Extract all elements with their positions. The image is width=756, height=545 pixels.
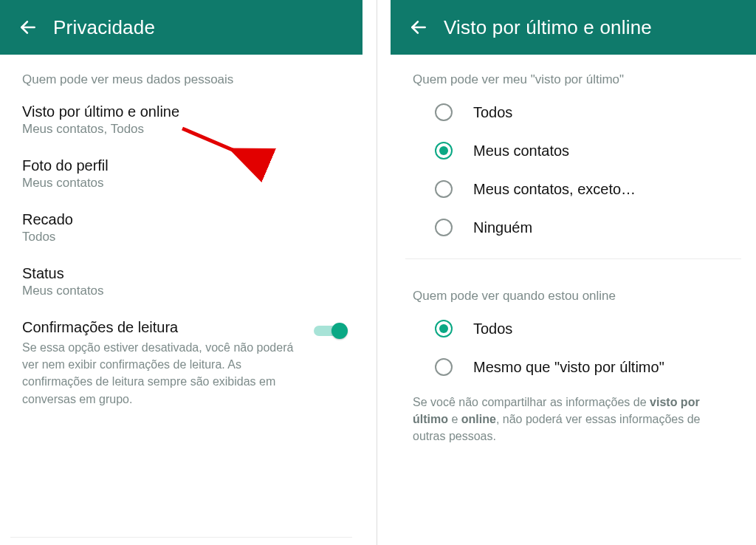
row-subtitle: Meus contatos, Todos	[22, 122, 340, 137]
row-title: Recado	[22, 211, 340, 228]
arrow-left-icon	[409, 18, 428, 37]
radio-last-seen-everyone[interactable]: Todos	[391, 93, 756, 131]
row-profile-photo[interactable]: Foto do perfil Meus contatos	[0, 147, 362, 201]
radio-label: Meus contatos, exceto…	[473, 181, 636, 198]
footnote-text: Se você não compartilhar as informações …	[413, 396, 650, 408]
radio-icon	[435, 219, 453, 236]
row-about[interactable]: Recado Todos	[0, 201, 362, 255]
pane-gutter	[362, 0, 391, 545]
radio-label: Todos	[473, 104, 512, 121]
radio-icon	[435, 142, 453, 160]
section-header-personal: Quem pode ver meus dados pessoais	[0, 55, 362, 93]
row-last-seen[interactable]: Visto por último e online Meus contatos,…	[0, 93, 362, 147]
radio-last-seen-except[interactable]: Meus contatos, exceto…	[391, 170, 756, 208]
row-title: Foto do perfil	[22, 157, 340, 174]
radio-online-everyone[interactable]: Todos	[391, 309, 756, 348]
footnote-bold: online	[461, 413, 496, 425]
radio-icon	[435, 180, 453, 198]
radio-icon	[435, 103, 453, 121]
back-button[interactable]	[12, 11, 44, 44]
row-description: Se essa opção estiver desativada, você n…	[22, 339, 305, 408]
footnote-text: e	[448, 413, 461, 425]
radio-icon	[435, 320, 453, 337]
divider	[10, 537, 352, 538]
appbar-title: Privacidade	[53, 16, 155, 39]
radio-label: Meus contatos	[473, 143, 569, 160]
back-button[interactable]	[402, 11, 435, 44]
row-subtitle: Meus contatos	[22, 176, 340, 191]
row-status[interactable]: Status Meus contatos	[0, 255, 362, 309]
divider	[405, 258, 741, 259]
section-header-last-seen: Quem pode ver meu "visto por último"	[391, 55, 756, 93]
radio-last-seen-nobody[interactable]: Ninguém	[391, 208, 756, 247]
radio-label: Todos	[473, 321, 512, 337]
last-seen-screen: Visto por último e online Quem pode ver …	[391, 0, 756, 545]
radio-online-same[interactable]: Mesmo que "visto por último"	[391, 348, 756, 386]
radio-last-seen-contacts[interactable]: Meus contatos	[391, 131, 756, 170]
radio-label: Ninguém	[473, 219, 532, 236]
arrow-left-icon	[18, 18, 38, 37]
radio-label: Mesmo que "visto por último"	[473, 359, 664, 376]
privacy-screen: Privacidade Quem pode ver meus dados pes…	[0, 0, 362, 545]
radio-icon	[435, 358, 453, 376]
row-read-receipts[interactable]: Confirmações de leitura Se essa opção es…	[0, 309, 362, 418]
row-title: Confirmações de leitura	[22, 319, 305, 336]
row-title: Status	[22, 265, 340, 282]
row-title: Visto por último e online	[22, 103, 340, 120]
read-receipts-toggle[interactable]	[314, 322, 348, 340]
appbar-privacy: Privacidade	[0, 0, 362, 55]
appbar-last-seen: Visto por último e online	[391, 0, 756, 55]
footnote: Se você não compartilhar as informações …	[391, 386, 756, 460]
appbar-title: Visto por último e online	[444, 16, 652, 39]
row-subtitle: Todos	[22, 230, 340, 244]
row-subtitle: Meus contatos	[22, 284, 340, 298]
section-header-online: Quem pode ver quando estou online	[391, 271, 756, 309]
toggle-thumb	[331, 323, 348, 339]
